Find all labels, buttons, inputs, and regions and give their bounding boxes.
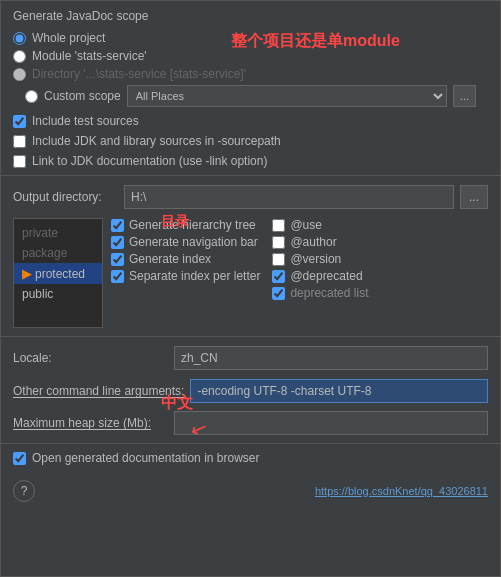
opt-generate-index[interactable]: Generate index	[111, 252, 260, 266]
options-right-col: @use @author @version @deprecated	[272, 218, 368, 300]
bottom-bar: ? https://blog.csdnKnet/qq_43026811	[1, 472, 500, 508]
main-content: private package ▶ protected public Gener…	[1, 214, 500, 332]
opt-separate-index[interactable]: Separate index per letter	[111, 269, 260, 283]
url-text[interactable]: https://blog.csdnKnet/qq_43026811	[315, 485, 488, 497]
opt-version[interactable]: @version	[272, 252, 368, 266]
scope-select[interactable]: All Places	[127, 85, 447, 107]
radio-directory[interactable]: Directory '...\stats-service [stats-serv…	[13, 65, 488, 83]
opt-navigation-bar[interactable]: Generate navigation bar	[111, 235, 260, 249]
opt-use[interactable]: @use	[272, 218, 368, 232]
cmdline-input[interactable]	[190, 379, 488, 403]
visibility-protected[interactable]: ▶ protected	[14, 263, 102, 284]
locale-row: Locale:	[1, 341, 500, 375]
visibility-panel: private package ▶ protected public	[13, 218, 103, 328]
output-input[interactable]	[124, 185, 454, 209]
scope-btn[interactable]: ...	[453, 85, 476, 107]
radio-module[interactable]: Module 'stats-service'	[13, 47, 488, 65]
visibility-public[interactable]: public	[14, 284, 102, 304]
checkbox-include-test[interactable]: Include test sources	[1, 111, 500, 131]
checkbox-include-jdk[interactable]: Include JDK and library sources in -sour…	[1, 131, 500, 151]
main-dialog: 整个项目还是单module 目录 中文 ↙ Generate JavaDoc s…	[0, 0, 501, 577]
heap-input[interactable]	[174, 411, 488, 435]
options-panel: Generate hierarchy tree Generate navigat…	[111, 218, 488, 328]
options-columns: Generate hierarchy tree Generate navigat…	[111, 218, 488, 300]
scope-radio-group: Whole project Module 'stats-service' Dir…	[1, 27, 500, 111]
output-label: Output directory:	[13, 190, 118, 204]
custom-scope-row: Custom scope All Places ...	[13, 83, 488, 109]
cmdline-label: Other command line arguments:	[13, 384, 184, 398]
checkbox-link-jdk[interactable]: Link to JDK documentation (use -link opt…	[1, 151, 500, 171]
cmdline-row: Other command line arguments:	[1, 375, 500, 407]
radio-whole-project[interactable]: Whole project	[13, 29, 488, 47]
checkbox-open-browser[interactable]: Open generated documentation in browser	[1, 448, 500, 468]
help-button[interactable]: ?	[13, 480, 35, 502]
opt-deprecated[interactable]: @deprecated	[272, 269, 368, 283]
visibility-private[interactable]: private	[14, 223, 102, 243]
options-left-col: Generate hierarchy tree Generate navigat…	[111, 218, 260, 300]
protected-icon: ▶	[22, 266, 32, 281]
scope-section-label: Generate JavaDoc scope	[1, 1, 500, 27]
heap-label: Maximum heap size (Mb):	[13, 416, 168, 430]
locale-label: Locale:	[13, 351, 168, 365]
visibility-package[interactable]: package	[14, 243, 102, 263]
locale-input[interactable]	[174, 346, 488, 370]
opt-author[interactable]: @author	[272, 235, 368, 249]
opt-hierarchy-tree[interactable]: Generate hierarchy tree	[111, 218, 260, 232]
output-browse-btn[interactable]: ...	[460, 185, 488, 209]
output-directory-row: Output directory: ...	[1, 180, 500, 214]
heap-row: Maximum heap size (Mb):	[1, 407, 500, 439]
opt-deprecated-list[interactable]: deprecated list	[272, 286, 368, 300]
